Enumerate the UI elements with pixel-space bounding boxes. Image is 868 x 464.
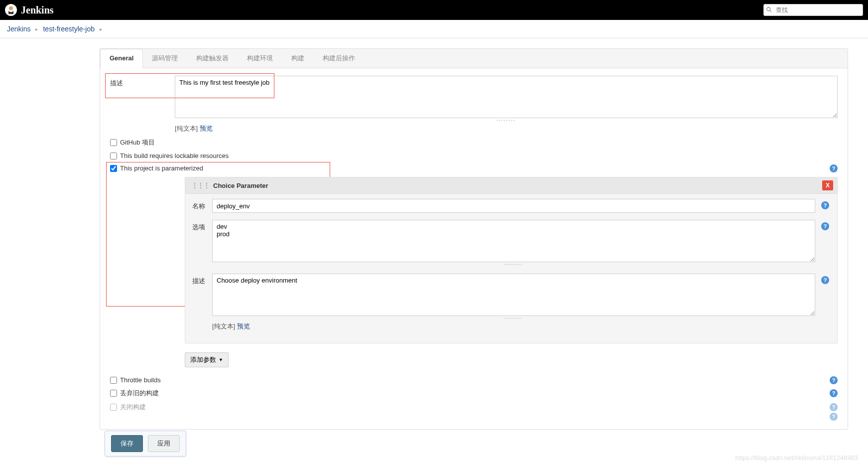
search-wrapper [763, 4, 863, 16]
svg-point-0 [9, 6, 13, 10]
throttle-row: Throttle builds ? [110, 376, 838, 384]
help-icon[interactable]: ? [821, 222, 829, 230]
param-desc-label: 描述 [192, 274, 212, 331]
preview-link[interactable]: 预览 [200, 125, 213, 132]
plain-text-label: [纯文本] [175, 125, 198, 132]
parameter-title: Choice Parameter [213, 182, 268, 189]
throttle-label[interactable]: Throttle builds [120, 376, 161, 384]
delete-parameter-button[interactable]: X [822, 180, 833, 190]
discard-old-row: 丢弃旧的构建 ? [110, 389, 838, 398]
param-options-label: 选项 [192, 220, 212, 267]
parameterized-label[interactable]: This project is parameterized [120, 164, 203, 172]
app-header: Jenkins [0, 0, 868, 20]
search-input[interactable] [763, 4, 863, 16]
tab-build-env[interactable]: 构建环境 [238, 49, 282, 68]
svg-line-2 [770, 10, 772, 12]
help-icon[interactable]: ? [821, 276, 829, 284]
resize-grip[interactable]: ▪▪▪▪▪▪▪▪ [212, 262, 815, 267]
throttle-checkbox[interactable] [110, 377, 117, 384]
lockable-label[interactable]: This build requires lockable resources [120, 152, 229, 159]
discard-old-label[interactable]: 丢弃旧的构建 [120, 389, 159, 398]
plain-text-label: [纯文本] [212, 322, 235, 330]
github-project-label[interactable]: GitHub 项目 [120, 138, 155, 147]
tab-triggers[interactable]: 构建触发器 [187, 49, 238, 68]
help-icon[interactable]: ? [830, 389, 838, 397]
description-format-row: [纯文本] 预览 [175, 124, 838, 133]
lockable-row: This build requires lockable resources [110, 152, 838, 159]
breadcrumb-item-jenkins[interactable]: Jenkins [7, 25, 30, 33]
preview-link[interactable]: 预览 [237, 322, 250, 330]
tab-scm[interactable]: 源码管理 [143, 49, 187, 68]
discard-old-checkbox[interactable] [110, 390, 117, 397]
param-format-row: [纯文本] 预览 [212, 322, 815, 331]
logo-area[interactable]: Jenkins [5, 4, 54, 16]
tab-bar: General 源码管理 构建触发器 构建环境 构建 构建后操作 [100, 49, 848, 68]
disable-build-row: 关闭构建 ? [110, 403, 838, 412]
disable-build-checkbox[interactable] [110, 404, 117, 411]
tab-post-build[interactable]: 构建后操作 [314, 49, 365, 68]
help-icon[interactable]: ? [821, 201, 829, 209]
param-desc-textarea[interactable] [212, 274, 815, 316]
help-icon[interactable]: ? [830, 403, 838, 411]
logo-text: Jenkins [21, 4, 54, 16]
disable-build-label[interactable]: 关闭构建 [120, 403, 146, 412]
jenkins-logo-icon [5, 4, 17, 16]
parameterized-row: This project is parameterized ? [110, 164, 838, 172]
add-parameter-button[interactable]: 添加参数 ▼ [185, 352, 229, 367]
resize-grip[interactable]: ▪▪▪▪▪▪▪▪ [175, 118, 838, 123]
drag-handle-icon[interactable]: ⋮⋮⋮ [191, 181, 209, 189]
chevron-right-icon: ▸ [35, 26, 38, 32]
search-icon [766, 6, 773, 13]
apply-button[interactable]: 应用 [148, 435, 180, 452]
parameter-block: X ⋮⋮⋮ Choice Parameter 名称 ? [185, 177, 838, 343]
description-row: 描述 ▪▪▪▪▪▪▪▪ [纯文本] 预览 [110, 76, 838, 133]
main-content: General 源码管理 构建触发器 构建环境 构建 构建后操作 描述 ▪▪▪▪… [0, 38, 868, 464]
resize-grip[interactable]: ▪▪▪▪▪▪▪▪ [212, 316, 815, 320]
parameter-body: 名称 ? 选项 ▪▪▪▪▪▪▪▪ ? [185, 194, 837, 343]
tab-general[interactable]: General [100, 49, 143, 68]
description-textarea[interactable] [175, 76, 838, 118]
github-project-checkbox[interactable] [110, 139, 117, 146]
chevron-right-icon: ▸ [100, 26, 102, 32]
help-icon[interactable]: ? [830, 164, 838, 172]
breadcrumb: Jenkins ▸ test-freestyle-job ▸ [0, 20, 868, 38]
parameterized-checkbox[interactable] [110, 165, 117, 172]
param-name-input[interactable] [212, 199, 815, 213]
param-options-textarea[interactable] [212, 220, 815, 262]
lockable-checkbox[interactable] [110, 153, 117, 159]
config-panel: General 源码管理 构建触发器 构建环境 构建 构建后操作 描述 ▪▪▪▪… [100, 48, 848, 430]
description-label: 描述 [110, 76, 175, 133]
tab-build[interactable]: 构建 [282, 49, 314, 68]
save-button[interactable]: 保存 [111, 435, 143, 452]
github-project-row: GitHub 项目 [110, 138, 838, 147]
footer-action-bar: 保存 应用 [105, 431, 186, 457]
add-parameter-label: 添加参数 [190, 355, 216, 364]
parameter-header: ⋮⋮⋮ Choice Parameter [185, 177, 837, 194]
help-icon[interactable]: ? [830, 413, 838, 421]
param-name-label: 名称 [192, 199, 212, 213]
breadcrumb-item-job[interactable]: test-freestyle-job [43, 25, 94, 33]
help-icon[interactable]: ? [830, 376, 838, 384]
tab-body: 描述 ▪▪▪▪▪▪▪▪ [纯文本] 预览 GitHub 项目 This bui [100, 68, 848, 429]
chevron-down-icon: ▼ [219, 357, 223, 362]
svg-point-1 [767, 7, 770, 11]
